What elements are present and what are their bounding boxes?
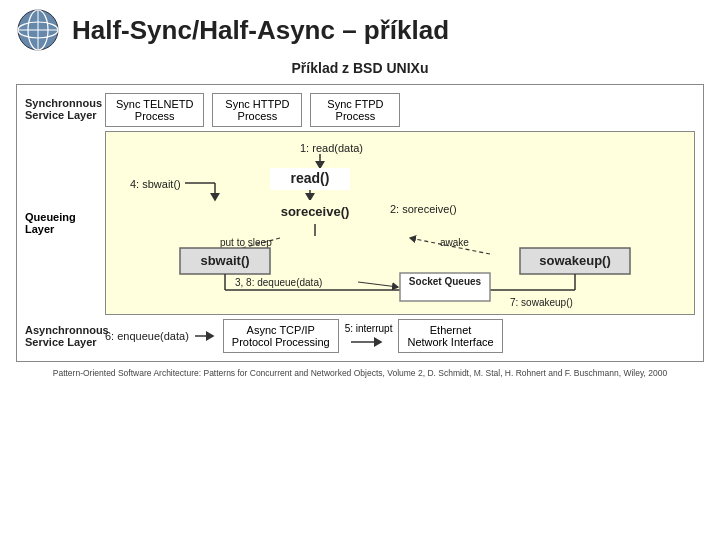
soreceive-label: 2: soreceive() <box>390 203 457 215</box>
sync-boxes: Sync TELNETD Process Sync HTTPD Process … <box>105 93 695 127</box>
logo-icon <box>16 8 60 52</box>
enqueue-arrow <box>195 328 217 344</box>
ethernet-box: EthernetNetwork Interface <box>398 319 502 353</box>
sowakeup-func-text: sowakeup() <box>539 253 611 268</box>
subtitle: Příklad z BSD UNIXu <box>16 60 704 76</box>
async-layer-label: Asynchronnous Service Layer <box>25 324 105 348</box>
outer-box: Synchronnous Service Layer Sync TELNETD … <box>16 84 704 362</box>
interrupt-arrow <box>351 334 387 350</box>
queueing-diagram: 1: read(data) 4: sbwait() read() <box>114 138 686 308</box>
svg-line-21 <box>358 282 398 287</box>
queueing-outer-box: 1: read(data) 4: sbwait() read() <box>105 131 695 315</box>
footer-citation: Pattern-Oriented Software Architecture: … <box>16 368 704 380</box>
queueing-label: Queueing Layer <box>25 131 105 315</box>
interrupt-label: 5: interrupt <box>345 323 393 334</box>
enqueue-label: 6: enqueue(data) <box>105 330 189 342</box>
sync-httpd-box: Sync HTTPD Process <box>212 93 302 127</box>
async-tcp-box: Async TCP/IPProtocol Processing <box>223 319 339 353</box>
async-service-row: Asynchronnous Service Layer 6: enqueue(d… <box>25 319 695 353</box>
page-title: Half-Sync/Half-Async – příklad <box>72 15 449 46</box>
header: Half-Sync/Half-Async – příklad <box>0 0 720 60</box>
sbwait-label: 4: sbwait() <box>130 178 181 190</box>
sowakeup-call-text: 7: sowakeup() <box>510 297 573 308</box>
sync-layer-label: Synchronnous Service Layer <box>25 93 105 121</box>
page: Half-Sync/Half-Async – příklad Příklad z… <box>0 0 720 540</box>
sbwait-func-text: sbwait() <box>200 253 249 268</box>
dequeue-label: 3, 8: dequeue(data) <box>235 277 322 288</box>
socket-queues-text1: Socket Queues <box>409 276 482 287</box>
read-data-label: 1: read(data) <box>300 142 363 154</box>
sync-ftpd-box: Sync FTPD Process <box>310 93 400 127</box>
sync-service-row: Synchronnous Service Layer Sync TELNETD … <box>25 93 695 127</box>
queueing-section: Queueing Layer 1: read(data) 4: sbwait() <box>25 131 695 315</box>
main-area: Příklad z BSD UNIXu Synchronnous Service… <box>0 60 720 380</box>
sync-telnetd-box: Sync TELNETD Process <box>105 93 204 127</box>
read-func-text: read() <box>291 170 330 186</box>
async-boxes: 6: enqueue(data) Async TCP/IPProtocol Pr… <box>105 319 695 353</box>
soreceive-func-text: soreceive() <box>281 204 350 219</box>
interrupt-area: 5: interrupt <box>345 323 393 350</box>
